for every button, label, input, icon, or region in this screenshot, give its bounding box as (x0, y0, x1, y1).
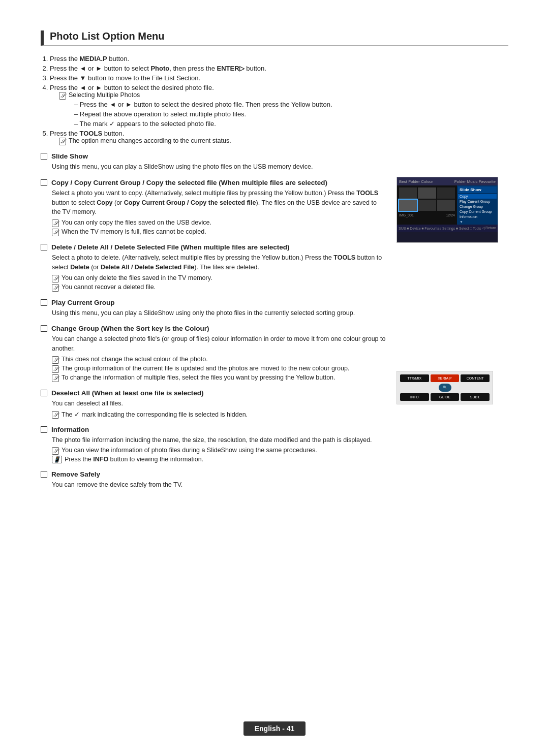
steps-list: Press the MEDIA.P button. Press the ◄ or… (41, 55, 386, 145)
screen-thumbnails-area: IMG_001 12/24 (397, 185, 457, 225)
remote-subt[interactable]: SUBT. (461, 393, 490, 401)
note-icon: 𝒮 (59, 92, 66, 100)
checkbox-icon-deselect (41, 390, 47, 396)
delete-title: Delete / Delete All / Delete Selected Fi… (51, 243, 289, 251)
play-body: Using this menu, you can play a SlideSho… (52, 308, 386, 318)
thumb-5 (418, 200, 436, 211)
slide-show-title: Slide Show (51, 152, 88, 160)
step-1: Press the MEDIA.P button. (50, 55, 386, 62)
note-icon-9: 𝒮 (52, 374, 59, 382)
thumb-3 (437, 187, 455, 199)
remote-bottom-row: INFO GUIDE SUBT. (400, 393, 490, 401)
screen-top-bar: Best Folder Colour Folder Music Favourit… (397, 177, 498, 185)
step-4: Press the ◄ or ► button to select the de… (50, 84, 386, 128)
thumb-2 (418, 187, 436, 199)
delete-note-1: 𝒮 You can only delete the files saved in… (52, 274, 386, 282)
note-icon-11: 𝒮 (52, 447, 59, 455)
info-note-1: 𝒮 You can view the information of photo … (52, 447, 386, 455)
change-group-note-2: 𝒮 The group information of the current f… (52, 365, 386, 373)
screen-menu-item-change: Change Group (458, 204, 497, 209)
screen-bottom-bar: SUB ■ Device ■ Favourites Settings ■ Sel… (397, 225, 498, 232)
info-note-2: 📱 Press the INFO button to viewing the i… (52, 456, 386, 463)
note-icon-7: 𝒮 (52, 356, 59, 364)
section-copy-heading: Copy / Copy Current Group / Copy the sel… (41, 179, 386, 186)
copy-note-1: 𝒮 You can only copy the files saved on t… (52, 219, 386, 227)
multiple-photos-list: Press the ◄ or ► button to select the de… (74, 101, 386, 128)
section-play-heading: Play Current Group (41, 299, 386, 306)
copy-body: Select a photo you want to copy. (Altern… (52, 188, 386, 217)
delete-notes: 𝒮 You can only delete the files saved in… (52, 274, 386, 292)
remote-info[interactable]: INFO (400, 393, 429, 401)
screen-menu-title: Slide Show (458, 186, 497, 193)
screen-menu-item-info: Information (458, 214, 497, 219)
copy-title: Copy / Copy Current Group / Copy the sel… (51, 179, 327, 186)
change-group-note-3: 𝒮 To change the information of multiple … (52, 374, 386, 382)
change-group-title: Change Group (When the Sort key is the C… (51, 325, 209, 332)
thumb-1 (399, 187, 417, 199)
note-icon-5: 𝒮 (52, 275, 59, 282)
delete-note-2: 𝒮 You cannot recover a deleted file. (52, 284, 386, 292)
info-notes: 𝒮 You can view the information of photo … (52, 447, 386, 463)
note-icon-6: 𝒮 (52, 284, 59, 292)
screen-main-area: IMG_001 12/24 Slide Show Copy Play Curre… (397, 185, 498, 225)
note-icon-3: 𝒮 (52, 219, 59, 227)
copy-notes: 𝒮 You can only copy the files saved on t… (52, 219, 386, 236)
screen-menu: Slide Show Copy Play Current Group Chang… (457, 185, 498, 225)
remote-guide[interactable]: GUIDE (431, 393, 460, 401)
slide-show-body: Using this menu, you can play a SlideSho… (52, 162, 386, 172)
step5-note-block: 𝒮 The option menu changes according to t… (59, 137, 386, 145)
note-icon-12: 📱 (52, 456, 62, 463)
multiple-photos-item-1: Press the ◄ or ► button to select the de… (74, 101, 386, 108)
step-3: Press the ▼ button to move to the File L… (50, 74, 386, 82)
footer-text: English - 41 (255, 724, 295, 733)
section-slide-show-heading: Slide Show (41, 152, 386, 160)
section-delete-heading: Delete / Delete All / Delete Selected Fi… (41, 243, 386, 251)
deselect-note: 𝒮 The ✓ mark indicating the correspondin… (52, 411, 386, 419)
screen-menu-item-copy-group: Copy Current Group (458, 209, 497, 214)
remote-ttxmix[interactable]: TTX/MIX (400, 374, 429, 382)
section-change-group-heading: Change Group (When the Sort key is the C… (41, 325, 386, 332)
thumb-4-selected (399, 200, 417, 211)
change-group-note-1: 𝒮 This does not change the actual colour… (52, 356, 386, 364)
thumb-grid (399, 187, 455, 211)
step-2: Press the ◄ or ► button to select Photo,… (50, 65, 386, 72)
checkbox-icon (41, 153, 47, 160)
play-title: Play Current Group (51, 299, 115, 306)
checkbox-icon-delete (41, 244, 47, 250)
remove-title: Remove Safely (51, 470, 100, 478)
change-group-notes: 𝒮 This does not change the actual colour… (52, 356, 386, 382)
selecting-multiple-block: 𝒮 Selecting Multiple Photos Press the ◄ … (59, 91, 386, 128)
remote-area: TTX/MIX XERIA.P CONTENT 🔍 INFO GUIDE SUB… (396, 371, 508, 404)
footer: English - 41 (0, 721, 549, 736)
checkbox-icon-change (41, 325, 47, 332)
section-remove-heading: Remove Safely (41, 470, 386, 478)
step-5: Press the TOOLS button. 𝒮 The option men… (50, 130, 386, 145)
checkbox-icon-copy (41, 179, 47, 186)
section-info-heading: Information (41, 426, 386, 433)
remote-xeriap[interactable]: XERIA.P (431, 374, 460, 382)
remote-middle-row: 🔍 (400, 384, 490, 392)
info-body: The photo file information including the… (52, 435, 386, 445)
screen-mock: Best Folder Colour Folder Music Favourit… (396, 177, 498, 243)
remote-buttons-panel: TTX/MIX XERIA.P CONTENT 🔍 INFO GUIDE SUB… (396, 371, 493, 404)
deselect-note-1: 𝒮 The ✓ mark indicating the correspondin… (52, 411, 386, 419)
right-panel: Best Folder Colour Folder Music Favourit… (396, 55, 508, 492)
deselect-title: Deselect All (When at least one file is … (51, 389, 204, 397)
multiple-photos-item-3: The mark ✓ appears to the selected photo… (74, 120, 386, 128)
remote-top-row: TTX/MIX XERIA.P CONTENT (400, 374, 490, 382)
remote-content[interactable]: CONTENT (461, 374, 490, 382)
text-column: Press the MEDIA.P button. Press the ◄ or… (41, 55, 386, 492)
checkbox-icon-remove (41, 471, 47, 478)
checkbox-icon-play (41, 299, 47, 306)
note-icon-4: 𝒮 (52, 229, 59, 236)
step5-note: 𝒮 The option menu changes according to t… (59, 137, 386, 145)
thumb-6 (437, 200, 455, 211)
multiple-photos-item-2: Repeat the above operation to select mul… (74, 110, 386, 118)
remove-body: You can remove the device safely from th… (52, 480, 386, 490)
note-icon-2: 𝒮 (59, 138, 66, 145)
checkbox-icon-info (41, 426, 47, 433)
section-deselect-heading: Deselect All (When at least one file is … (41, 389, 386, 397)
note-icon-10: 𝒮 (52, 411, 59, 419)
remote-circle-btn[interactable]: 🔍 (439, 384, 451, 392)
screen-menu-item-copy: Copy (458, 194, 497, 199)
